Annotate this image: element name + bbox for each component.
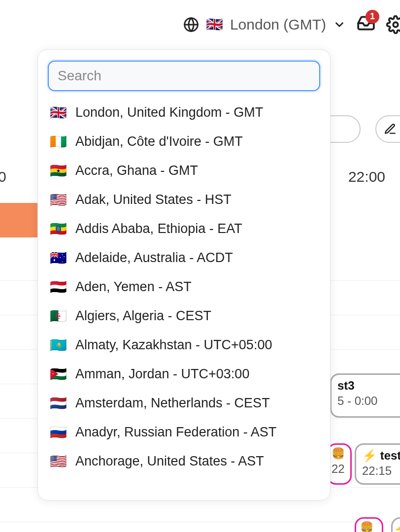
timezone-item[interactable]: 🇯🇴Amman, Jordan - UTC+03:00 xyxy=(38,360,330,389)
svg-point-1 xyxy=(393,22,398,27)
timezone-selector[interactable]: 🇬🇧 London (GMT) xyxy=(183,16,346,33)
event-title: ⚡ test xyxy=(362,448,400,463)
search-input[interactable] xyxy=(48,61,320,91)
selected-flag-icon: 🇬🇧 xyxy=(206,18,223,32)
bolt-icon: ⚡ xyxy=(393,522,400,532)
flag-icon: 🇺🇸 xyxy=(50,193,67,207)
timezone-item[interactable]: 🇳🇱Amsterdam, Netherlands - CEST xyxy=(38,389,330,418)
timezone-dropdown: 🇬🇧London, United Kingdom - GMT🇨🇮Abidjan,… xyxy=(37,49,331,500)
flag-icon: 🇳🇱 xyxy=(50,397,67,410)
time-label-right: 22:00 xyxy=(348,168,385,185)
timezone-label: Amman, Jordan - UTC+03:00 xyxy=(75,366,249,382)
timezone-item[interactable]: 🇷🇺Anadyr, Russian Federation - AST xyxy=(38,418,330,447)
flag-icon: 🇬🇧 xyxy=(50,106,67,120)
timezone-label: London, United Kingdom - GMT xyxy=(75,105,263,120)
timezone-label: Adak, United States - HST xyxy=(75,192,232,207)
timezone-label: Abidjan, Côte d'Ivoire - GMT xyxy=(75,134,243,149)
timezone-item[interactable]: 🇰🇿Almaty, Kazakhstan - UTC+05:00 xyxy=(38,331,330,360)
timezone-item[interactable]: 🇺🇸Anchorage, United States - AST xyxy=(38,447,330,476)
timezone-item[interactable]: 🇾🇪Aden, Yemen - AST xyxy=(38,272,330,301)
chevron-down-icon xyxy=(333,18,346,31)
timezone-label: Anadyr, Russian Federation - AST xyxy=(75,425,276,440)
flag-icon: 🇬🇭 xyxy=(50,164,67,178)
flag-icon: 🇯🇴 xyxy=(50,367,67,381)
timezone-item[interactable]: 🇩🇿Algiers, Algeria - CEST xyxy=(38,301,330,331)
flag-icon: 🇺🇸 xyxy=(50,455,67,468)
timezone-label: Almaty, Kazakhstan - UTC+05:00 xyxy=(75,337,272,353)
inbox-badge: 1 xyxy=(366,10,379,24)
flag-icon: 🇾🇪 xyxy=(50,280,67,294)
flag-icon: 🇪🇹 xyxy=(50,222,67,236)
pencil-icon xyxy=(384,123,397,135)
timezone-label: Adelaide, Australia - ACDT xyxy=(75,250,233,266)
timezone-label: Accra, Ghana - GMT xyxy=(75,163,198,178)
selected-timezone-label: London (GMT) xyxy=(230,16,326,33)
event-title: st3 xyxy=(337,378,400,393)
bolt-icon: ⚡ xyxy=(362,449,377,462)
timezone-list[interactable]: 🇬🇧London, United Kingdom - GMT🇨🇮Abidjan,… xyxy=(38,98,330,495)
flag-icon: 🇨🇮 xyxy=(50,135,67,149)
search-wrap xyxy=(38,61,330,98)
timezone-item[interactable]: 🇨🇮Abidjan, Côte d'Ivoire - GMT xyxy=(38,127,330,156)
burger-icon: 🍔 xyxy=(332,447,347,461)
flag-icon: 🇦🇺 xyxy=(50,251,67,265)
event-time: 5 - 0:00 xyxy=(337,393,400,408)
timezone-label: Addis Ababa, Ethiopia - EAT xyxy=(75,221,242,236)
event-time: 22 xyxy=(332,461,347,476)
flag-icon: 🇩🇿 xyxy=(50,309,67,323)
edit-button[interactable] xyxy=(375,115,400,143)
timezone-item[interactable]: 🇬🇧London, United Kingdom - GMT xyxy=(38,98,330,127)
event-time: 22:15 xyxy=(362,463,400,478)
flag-icon: 🇰🇿 xyxy=(50,338,67,352)
event-card-burger-2[interactable]: 🍔 22 xyxy=(355,517,383,532)
topbar: 🇬🇧 London (GMT) 1 xyxy=(0,0,400,49)
globe-icon xyxy=(183,17,199,33)
flag-icon: 🇷🇺 xyxy=(50,426,67,439)
event-title-text: test xyxy=(380,449,400,462)
burger-icon: 🍔 xyxy=(360,521,378,532)
inbox-button[interactable]: 1 xyxy=(357,14,375,36)
timezone-label: Anchorage, United States - AST xyxy=(75,454,264,469)
timezone-item[interactable]: 🇦🇺Adelaide, Australia - ACDT xyxy=(38,243,330,272)
timezone-label: Aden, Yemen - AST xyxy=(75,279,192,295)
timezone-item[interactable]: 🇬🇭Accra, Ghana - GMT xyxy=(38,156,330,185)
timezone-item[interactable]: 🇪🇹Addis Ababa, Ethiopia - EAT xyxy=(38,214,330,243)
time-label-left: 0 xyxy=(0,168,6,185)
timezone-item[interactable]: 🇺🇸Adak, United States - HST xyxy=(38,185,330,214)
settings-button[interactable] xyxy=(386,15,400,34)
event-card-test2[interactable]: ⚡ test 22:15 xyxy=(355,443,400,485)
event-card-burger-1[interactable]: 🍔 22 xyxy=(327,443,352,485)
event-card-test3[interactable]: st3 5 - 0:00 xyxy=(330,373,400,418)
timezone-label: Algiers, Algeria - CEST xyxy=(75,308,211,324)
timezone-label: Amsterdam, Netherlands - CEST xyxy=(75,396,270,411)
